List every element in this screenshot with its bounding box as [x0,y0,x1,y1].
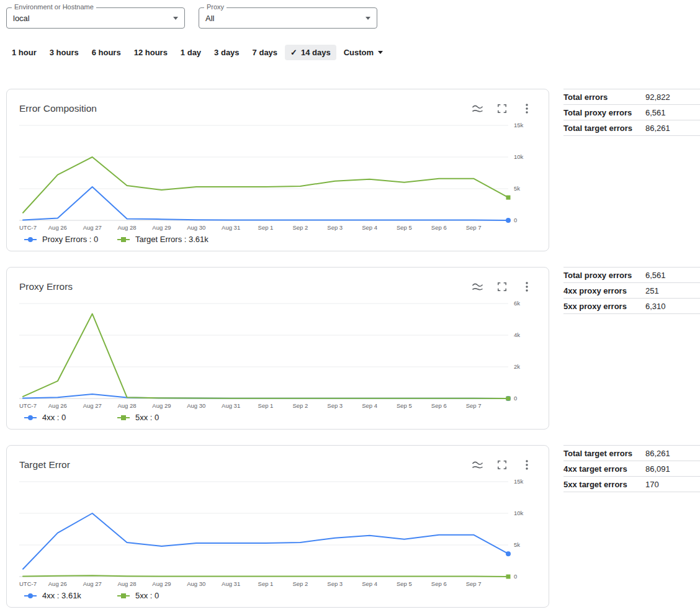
legend-item-target-errors[interactable]: Target Errors : 3.61k [117,235,210,244]
svg-text:Aug 29: Aug 29 [152,580,171,587]
legend-item-5xx[interactable]: 5xx : 0 [117,413,210,422]
svg-text:Sep 2: Sep 2 [292,402,308,409]
svg-text:15k: 15k [514,122,524,128]
time-range-14-days-label: 14 days [301,48,331,57]
time-range-1-day[interactable]: 1 day [175,45,207,60]
stat-value: 92,822 [645,92,670,102]
svg-text:10k: 10k [514,153,524,160]
more-options-button[interactable] [518,457,536,473]
svg-text:Aug 29: Aug 29 [152,224,171,231]
wavy-lines-icon [472,104,483,114]
stat-value: 86,091 [645,464,670,474]
fullscreen-button[interactable] [493,457,511,473]
svg-text:4k: 4k [514,331,520,338]
svg-text:Sep 7: Sep 7 [466,224,482,231]
proxy-errors-chart: 02k4k6kUTC-7Aug 26Aug 27Aug 28Aug 29Aug … [19,299,536,410]
svg-text:Aug 30: Aug 30 [187,224,205,231]
time-range-1-hour[interactable]: 1 hour [6,45,42,60]
proxy-select-value: All [205,14,366,23]
stat-row: 4xx target errors 86,091 [563,461,700,477]
legend-label: Target Errors : 3.61k [135,235,209,244]
svg-text:Sep 4: Sep 4 [362,580,377,587]
chart-options-button[interactable] [468,457,487,473]
svg-text:UTC-7: UTC-7 [19,224,37,231]
svg-text:5k: 5k [514,185,520,192]
svg-text:2k: 2k [514,363,520,370]
stat-label: Total target errors [563,124,645,133]
svg-text:Sep 1: Sep 1 [258,580,274,587]
chart-legend: Proxy Errors : 0 Target Errors : 3.61k [24,235,536,244]
svg-text:Aug 31: Aug 31 [222,580,240,587]
stat-value: 6,561 [645,271,666,280]
stat-row: Total proxy errors 6,561 [563,105,700,120]
legend-label: 5xx : 0 [135,591,159,600]
target-error-totals-panel: Total target errors 86,261 4xx target er… [563,445,700,492]
legend-item-4xx[interactable]: 4xx : 3.61k [24,591,117,600]
time-range-6-hours[interactable]: 6 hours [86,45,127,60]
time-range-selector: 1 hour 3 hours 6 hours 12 hours 1 day 3 … [6,45,700,60]
time-range-14-days[interactable]: ✓ 14 days [285,45,336,60]
svg-text:Aug 30: Aug 30 [187,402,205,409]
svg-text:Aug 30: Aug 30 [187,580,205,587]
svg-text:10k: 10k [514,510,524,516]
stat-value: 251 [645,286,659,295]
error-composition-chart: 05k10k15kUTC-7Aug 26Aug 27Aug 28Aug 29Au… [19,120,536,232]
svg-text:Aug 27: Aug 27 [83,580,102,587]
wavy-lines-icon [472,461,483,470]
svg-text:Sep 1: Sep 1 [258,224,274,231]
target-error-card: Target Error 05 [6,445,549,608]
svg-text:Sep 5: Sep 5 [397,580,412,587]
legend-item-5xx[interactable]: 5xx : 0 [117,591,210,600]
stat-row: 4xx proxy errors 251 [563,283,700,299]
line-dot-marker-icon [24,414,37,421]
more-options-button[interactable] [518,279,536,295]
legend-item-proxy-errors[interactable]: Proxy Errors : 0 [24,235,117,244]
svg-text:Aug 26: Aug 26 [48,402,67,409]
svg-text:Aug 29: Aug 29 [152,402,171,409]
fullscreen-icon [497,104,507,114]
chart-legend: 4xx : 0 5xx : 0 [24,413,536,422]
stat-value: 6,561 [645,108,666,117]
time-range-12-hours[interactable]: 12 hours [128,45,173,60]
svg-text:Aug 26: Aug 26 [48,580,67,587]
stats-table: Total target errors 86,261 4xx target er… [563,445,700,492]
svg-text:Aug 28: Aug 28 [118,580,137,587]
environment-select-label: Environment or Hostname [12,3,96,11]
more-options-button[interactable] [518,101,536,117]
environment-select-value: local [13,14,173,23]
proxy-error-totals-panel: Total proxy errors 6,561 4xx proxy error… [563,267,700,314]
time-range-custom[interactable]: Custom [338,45,388,60]
stat-row: 5xx proxy errors 6,310 [563,299,700,314]
chart-options-button[interactable] [468,279,487,295]
proxy-select[interactable]: Proxy All [199,7,377,29]
fullscreen-button[interactable] [493,279,511,295]
environment-select[interactable]: Environment or Hostname local [6,7,185,29]
svg-text:15k: 15k [514,478,524,485]
svg-text:Sep 3: Sep 3 [327,402,343,409]
dashboard: Error Composition [0,89,700,608]
svg-text:Sep 6: Sep 6 [431,402,447,409]
chart-legend: 4xx : 3.61k 5xx : 0 [24,591,536,600]
time-range-3-hours[interactable]: 3 hours [44,45,84,60]
svg-text:Aug 26: Aug 26 [48,224,67,231]
wavy-lines-icon [472,282,483,292]
stats-table: Total errors 92,822 Total proxy errors 6… [563,89,700,136]
legend-item-4xx[interactable]: 4xx : 0 [24,413,117,422]
legend-label: 5xx : 0 [135,413,159,422]
stat-row: Total target errors 86,261 [563,120,700,136]
time-range-3-days[interactable]: 3 days [209,45,245,60]
target-error-chart: 05k10k15kUTC-7Aug 26Aug 27Aug 28Aug 29Au… [19,477,536,588]
svg-text:Sep 2: Sep 2 [292,224,308,231]
svg-text:Aug 31: Aug 31 [222,224,240,231]
line-square-marker-icon [117,414,130,421]
time-range-custom-label: Custom [344,48,374,57]
svg-text:Sep 6: Sep 6 [431,224,447,231]
svg-text:Sep 1: Sep 1 [258,402,274,409]
fullscreen-button[interactable] [493,101,511,117]
chart-options-button[interactable] [468,101,487,117]
svg-text:Sep 3: Sep 3 [327,580,343,587]
svg-text:Sep 2: Sep 2 [292,580,308,587]
dropdown-arrow-icon [378,51,383,54]
time-range-7-days[interactable]: 7 days [247,45,283,60]
error-composition-row: Error Composition [6,89,700,251]
